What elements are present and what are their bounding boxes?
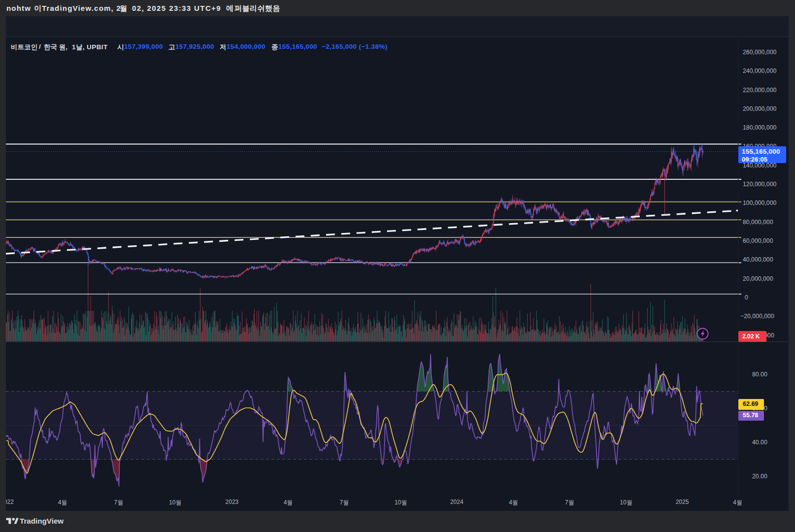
svg-text:TradingView: TradingView — [20, 517, 64, 525]
